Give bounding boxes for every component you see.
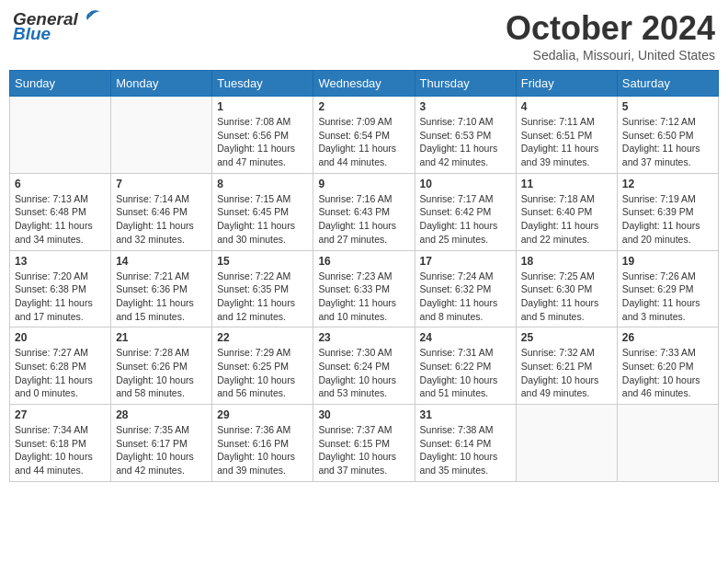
day-number: 7 xyxy=(116,178,207,190)
day-info: Sunrise: 7:24 AM Sunset: 6:32 PM Dayligh… xyxy=(420,270,511,324)
day-number: 31 xyxy=(420,408,511,421)
calendar-cell: 19Sunrise: 7:26 AM Sunset: 6:29 PM Dayli… xyxy=(617,250,718,327)
day-number: 6 xyxy=(15,178,106,190)
calendar-cell: 2Sunrise: 7:09 AM Sunset: 6:54 PM Daylig… xyxy=(313,97,415,174)
day-info: Sunrise: 7:31 AM Sunset: 6:22 PM Dayligh… xyxy=(420,346,511,400)
day-info: Sunrise: 7:33 AM Sunset: 6:20 PM Dayligh… xyxy=(622,346,713,400)
calendar-cell: 14Sunrise: 7:21 AM Sunset: 6:36 PM Dayli… xyxy=(111,250,212,327)
logo-bird-icon xyxy=(80,9,100,26)
weekday-header-tuesday: Tuesday xyxy=(212,71,313,97)
weekday-header-sunday: Sunday xyxy=(10,71,111,97)
day-info: Sunrise: 7:09 AM Sunset: 6:54 PM Dayligh… xyxy=(318,115,409,169)
day-info: Sunrise: 7:19 AM Sunset: 6:39 PM Dayligh… xyxy=(622,192,713,247)
day-info: Sunrise: 7:12 AM Sunset: 6:50 PM Dayligh… xyxy=(622,115,713,169)
day-number: 29 xyxy=(217,408,308,421)
day-info: Sunrise: 7:35 AM Sunset: 6:17 PM Dayligh… xyxy=(116,423,207,477)
calendar-cell: 24Sunrise: 7:31 AM Sunset: 6:22 PM Dayli… xyxy=(415,327,516,405)
day-info: Sunrise: 7:30 AM Sunset: 6:24 PM Dayligh… xyxy=(318,346,409,400)
calendar-cell: 3Sunrise: 7:10 AM Sunset: 6:53 PM Daylig… xyxy=(415,97,516,174)
day-number: 27 xyxy=(15,408,106,421)
day-info: Sunrise: 7:13 AM Sunset: 6:48 PM Dayligh… xyxy=(15,192,106,247)
calendar-cell: 7Sunrise: 7:14 AM Sunset: 6:46 PM Daylig… xyxy=(111,173,212,250)
day-info: Sunrise: 7:08 AM Sunset: 6:56 PM Dayligh… xyxy=(217,115,308,169)
calendar-cell: 11Sunrise: 7:18 AM Sunset: 6:40 PM Dayli… xyxy=(516,173,617,250)
day-info: Sunrise: 7:18 AM Sunset: 6:40 PM Dayligh… xyxy=(521,192,612,247)
day-number: 12 xyxy=(622,178,713,190)
day-info: Sunrise: 7:20 AM Sunset: 6:38 PM Dayligh… xyxy=(15,270,106,324)
calendar-week-row: 1Sunrise: 7:08 AM Sunset: 6:56 PM Daylig… xyxy=(10,97,719,174)
calendar-cell: 29Sunrise: 7:36 AM Sunset: 6:16 PM Dayli… xyxy=(212,405,313,482)
day-number: 25 xyxy=(521,331,612,344)
calendar-cell xyxy=(617,405,718,482)
day-info: Sunrise: 7:21 AM Sunset: 6:36 PM Dayligh… xyxy=(116,270,207,324)
day-number: 21 xyxy=(116,331,207,344)
day-number: 23 xyxy=(318,331,409,344)
calendar-cell: 8Sunrise: 7:15 AM Sunset: 6:45 PM Daylig… xyxy=(212,173,313,250)
day-number: 14 xyxy=(116,255,207,268)
day-number: 18 xyxy=(521,255,612,268)
day-info: Sunrise: 7:38 AM Sunset: 6:14 PM Dayligh… xyxy=(420,423,511,477)
day-info: Sunrise: 7:25 AM Sunset: 6:30 PM Dayligh… xyxy=(521,270,612,324)
weekday-header-saturday: Saturday xyxy=(617,71,718,97)
calendar-cell: 12Sunrise: 7:19 AM Sunset: 6:39 PM Dayli… xyxy=(617,173,718,250)
calendar-table: SundayMondayTuesdayWednesdayThursdayFrid… xyxy=(9,70,719,482)
day-number: 28 xyxy=(116,408,207,421)
calendar-cell: 9Sunrise: 7:16 AM Sunset: 6:43 PM Daylig… xyxy=(313,173,415,250)
calendar-cell: 26Sunrise: 7:33 AM Sunset: 6:20 PM Dayli… xyxy=(617,327,718,405)
calendar-cell: 23Sunrise: 7:30 AM Sunset: 6:24 PM Dayli… xyxy=(313,327,415,405)
calendar-cell: 20Sunrise: 7:27 AM Sunset: 6:28 PM Dayli… xyxy=(10,327,111,405)
day-number: 1 xyxy=(217,100,308,113)
day-number: 15 xyxy=(217,255,308,268)
day-info: Sunrise: 7:15 AM Sunset: 6:45 PM Dayligh… xyxy=(217,192,308,247)
calendar-cell xyxy=(10,97,111,174)
day-info: Sunrise: 7:14 AM Sunset: 6:46 PM Dayligh… xyxy=(116,192,207,247)
day-info: Sunrise: 7:36 AM Sunset: 6:16 PM Dayligh… xyxy=(217,423,308,477)
day-number: 16 xyxy=(318,255,409,268)
day-number: 4 xyxy=(521,100,612,113)
month-title: October 2024 xyxy=(506,9,715,48)
calendar-cell: 25Sunrise: 7:32 AM Sunset: 6:21 PM Dayli… xyxy=(516,327,617,405)
day-number: 9 xyxy=(318,178,409,190)
calendar-cell: 28Sunrise: 7:35 AM Sunset: 6:17 PM Dayli… xyxy=(111,405,212,482)
calendar-cell: 27Sunrise: 7:34 AM Sunset: 6:18 PM Dayli… xyxy=(10,405,111,482)
day-info: Sunrise: 7:34 AM Sunset: 6:18 PM Dayligh… xyxy=(15,423,106,477)
day-info: Sunrise: 7:29 AM Sunset: 6:25 PM Dayligh… xyxy=(217,346,308,400)
day-info: Sunrise: 7:11 AM Sunset: 6:51 PM Dayligh… xyxy=(521,115,612,169)
calendar-cell: 30Sunrise: 7:37 AM Sunset: 6:15 PM Dayli… xyxy=(313,405,415,482)
day-number: 24 xyxy=(420,331,511,344)
calendar-cell: 5Sunrise: 7:12 AM Sunset: 6:50 PM Daylig… xyxy=(617,97,718,174)
calendar-cell: 21Sunrise: 7:28 AM Sunset: 6:26 PM Dayli… xyxy=(111,327,212,405)
day-info: Sunrise: 7:17 AM Sunset: 6:42 PM Dayligh… xyxy=(420,192,511,247)
calendar-cell xyxy=(516,405,617,482)
title-block: October 2024 Sedalia, Missouri, United S… xyxy=(506,9,715,63)
calendar-cell: 31Sunrise: 7:38 AM Sunset: 6:14 PM Dayli… xyxy=(415,405,516,482)
weekday-header-monday: Monday xyxy=(111,71,212,97)
day-number: 26 xyxy=(622,331,713,344)
day-number: 3 xyxy=(420,100,511,113)
calendar-cell: 16Sunrise: 7:23 AM Sunset: 6:33 PM Dayli… xyxy=(313,250,415,327)
calendar-cell: 13Sunrise: 7:20 AM Sunset: 6:38 PM Dayli… xyxy=(10,250,111,327)
day-info: Sunrise: 7:26 AM Sunset: 6:29 PM Dayligh… xyxy=(622,270,713,324)
calendar-cell: 10Sunrise: 7:17 AM Sunset: 6:42 PM Dayli… xyxy=(415,173,516,250)
location-title: Sedalia, Missouri, United States xyxy=(506,48,715,63)
day-info: Sunrise: 7:10 AM Sunset: 6:53 PM Dayligh… xyxy=(420,115,511,169)
calendar-week-row: 13Sunrise: 7:20 AM Sunset: 6:38 PM Dayli… xyxy=(10,250,719,327)
calendar-cell xyxy=(111,97,212,174)
calendar-cell: 4Sunrise: 7:11 AM Sunset: 6:51 PM Daylig… xyxy=(516,97,617,174)
day-number: 5 xyxy=(622,100,713,113)
weekday-header-friday: Friday xyxy=(516,71,617,97)
calendar-week-row: 6Sunrise: 7:13 AM Sunset: 6:48 PM Daylig… xyxy=(10,173,719,250)
day-number: 11 xyxy=(521,178,612,190)
day-number: 10 xyxy=(420,178,511,190)
day-info: Sunrise: 7:32 AM Sunset: 6:21 PM Dayligh… xyxy=(521,346,612,400)
day-info: Sunrise: 7:27 AM Sunset: 6:28 PM Dayligh… xyxy=(15,346,106,400)
calendar-cell: 18Sunrise: 7:25 AM Sunset: 6:30 PM Dayli… xyxy=(516,250,617,327)
page-header: General Blue October 2024 Sedalia, Misso… xyxy=(9,9,719,63)
weekday-header-thursday: Thursday xyxy=(415,71,516,97)
day-info: Sunrise: 7:22 AM Sunset: 6:35 PM Dayligh… xyxy=(217,270,308,324)
day-info: Sunrise: 7:16 AM Sunset: 6:43 PM Dayligh… xyxy=(318,192,409,247)
calendar-cell: 6Sunrise: 7:13 AM Sunset: 6:48 PM Daylig… xyxy=(10,173,111,250)
calendar-cell: 1Sunrise: 7:08 AM Sunset: 6:56 PM Daylig… xyxy=(212,97,313,174)
calendar-cell: 22Sunrise: 7:29 AM Sunset: 6:25 PM Dayli… xyxy=(212,327,313,405)
calendar-week-row: 27Sunrise: 7:34 AM Sunset: 6:18 PM Dayli… xyxy=(10,405,719,482)
